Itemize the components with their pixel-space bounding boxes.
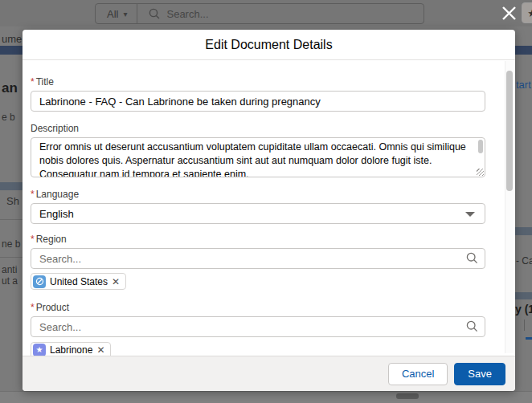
cancel-button[interactable]: Cancel xyxy=(388,363,448,385)
remove-icon[interactable]: ✕ xyxy=(112,277,120,287)
screen: All ▾ Search... ★ ume an e b Sh ne b ant… xyxy=(0,0,532,403)
bg-related-fragment: - Ca xyxy=(516,255,532,267)
modal-body: *Title Description Error omnis ut deseru… xyxy=(23,60,515,359)
region-pill[interactable]: United States ✕ xyxy=(31,273,126,290)
page-horizontal-scrollbar-thumb[interactable] xyxy=(396,393,419,399)
description-field: Description Error omnis ut deserunt accu… xyxy=(31,123,485,177)
language-selected-value: English xyxy=(39,208,74,220)
favorites-star-button[interactable]: ★ xyxy=(522,2,532,23)
required-marker: * xyxy=(31,234,35,245)
close-icon[interactable] xyxy=(498,2,519,23)
bg-section-band-right xyxy=(515,292,532,299)
textarea-resize-handle[interactable] xyxy=(477,169,484,176)
description-label: Description xyxy=(31,123,485,134)
search-icon xyxy=(149,8,160,19)
global-search-box[interactable]: All ▾ Search... xyxy=(95,3,424,24)
required-marker: * xyxy=(31,76,35,88)
bg-share-fragment: Sh xyxy=(6,195,19,207)
bg-start-link-fragment: tart xyxy=(516,79,531,91)
language-select[interactable]: English xyxy=(31,203,485,224)
chevron-down-icon xyxy=(465,212,475,217)
language-field: *Language English xyxy=(31,189,485,224)
title-input[interactable] xyxy=(31,91,485,112)
modal-footer: Cancel Save xyxy=(23,356,515,391)
page-horizontal-scrollbar[interactable] xyxy=(0,391,532,403)
save-button[interactable]: Save xyxy=(454,363,505,385)
region-field: *Region United States ✕ xyxy=(31,234,485,290)
bg-tab-label-fragment: ume xyxy=(2,33,22,45)
language-label: *Language xyxy=(31,189,485,200)
product-star-icon: ★ xyxy=(33,344,46,356)
product-field: *Product ★ Labrinone ✕ xyxy=(31,302,485,359)
search-icon xyxy=(466,252,478,267)
bg-divider xyxy=(0,257,23,258)
bg-divider xyxy=(0,219,23,220)
bg-line-fragment: ne b xyxy=(2,238,20,250)
bg-text-fragment: ut a xyxy=(2,275,18,287)
bg-section-band-left xyxy=(0,182,23,190)
search-icon xyxy=(466,320,478,336)
search-scope-label: All xyxy=(107,8,118,20)
region-record-icon xyxy=(33,275,46,288)
textarea-scrollbar-thumb[interactable] xyxy=(478,140,483,153)
bg-section-band-right xyxy=(515,227,532,235)
product-pill-label: Labrinone xyxy=(50,344,92,356)
title-label: *Title xyxy=(31,76,485,88)
global-header: All ▾ Search... xyxy=(0,0,532,26)
region-search-input[interactable] xyxy=(31,248,485,269)
global-search-placeholder: Search... xyxy=(166,8,208,20)
description-textarea[interactable]: Error omnis ut deserunt accusantium volu… xyxy=(31,137,485,177)
bg-text-fragment: anti xyxy=(2,264,17,275)
modal-header: Edit Document Details xyxy=(23,30,515,60)
edit-document-details-modal: Edit Document Details *Title Description… xyxy=(23,30,515,391)
star-icon: ★ xyxy=(527,7,532,19)
region-pill-label: United States xyxy=(50,276,108,287)
bg-count-fragment: y (1 xyxy=(515,303,532,315)
title-field: *Title xyxy=(31,76,485,112)
required-marker: * xyxy=(31,302,35,313)
remove-icon[interactable]: ✕ xyxy=(96,345,104,355)
required-marker: * xyxy=(31,189,35,200)
product-label: *Product xyxy=(31,302,485,313)
modal-scrollbar-thumb[interactable] xyxy=(506,71,513,191)
region-pill-row: United States ✕ xyxy=(31,273,485,290)
modal-title: Edit Document Details xyxy=(205,38,332,52)
bg-subtitle-fragment: e b xyxy=(2,112,15,123)
bg-record-title-fragment: an xyxy=(2,80,18,96)
bg-tab-indicator xyxy=(526,337,532,340)
bg-divider xyxy=(524,320,525,331)
chevron-down-icon: ▾ xyxy=(123,10,127,18)
region-label: *Region xyxy=(31,234,485,245)
product-search-input[interactable] xyxy=(31,316,485,337)
search-scope-dropdown[interactable]: All ▾ xyxy=(96,4,137,23)
modal-scrollbar-track[interactable] xyxy=(505,61,514,353)
